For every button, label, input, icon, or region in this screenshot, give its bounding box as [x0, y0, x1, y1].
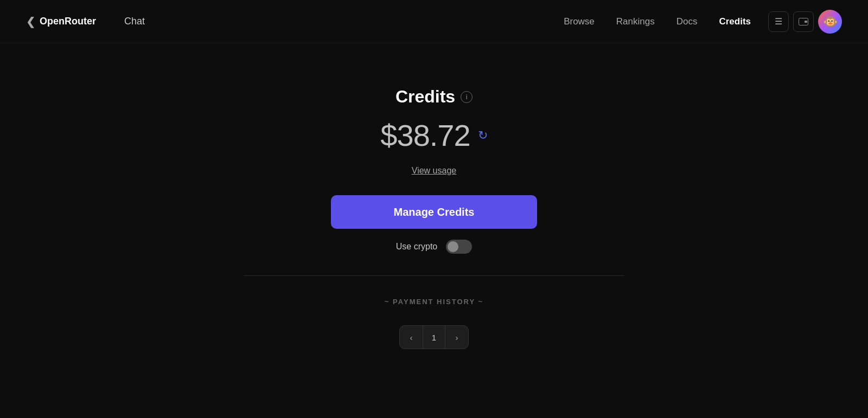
view-usage-link[interactable]: View usage [412, 166, 456, 176]
logo[interactable]: ❮ OpenRouter [26, 15, 96, 28]
current-page: 1 [423, 326, 445, 349]
manage-credits-button[interactable]: Manage Credits [331, 195, 537, 229]
prev-page-button[interactable]: ‹ [400, 326, 423, 349]
navbar: ❮ OpenRouter Chat Browse Rankings Docs C… [0, 0, 868, 43]
nav-links: Browse Rankings Docs Credits [555, 12, 760, 31]
avatar[interactable]: 🐵 [818, 10, 842, 34]
nav-actions: ☰ 🐵 [768, 10, 842, 34]
logo-text: OpenRouter [40, 16, 96, 27]
nav-browse[interactable]: Browse [555, 12, 603, 31]
nav-credits[interactable]: Credits [710, 12, 760, 31]
next-page-button[interactable]: › [445, 326, 468, 349]
menu-button[interactable]: ☰ [768, 11, 789, 32]
logo-icon: ❮ [26, 15, 35, 28]
svg-rect-1 [805, 21, 807, 23]
credits-title-row: Credits i [395, 87, 473, 107]
nav-docs[interactable]: Docs [668, 12, 706, 31]
payment-history-label: ~ PAYMENT HISTORY ~ [385, 298, 483, 306]
balance-row: $38.72 ↻ [380, 118, 487, 153]
refresh-icon[interactable]: ↻ [478, 128, 488, 143]
nav-chat-link[interactable]: Chat [118, 11, 151, 31]
main-content: Credits i $38.72 ↻ View usage Manage Cre… [0, 43, 868, 349]
credits-heading: Credits [395, 87, 455, 107]
balance-amount: $38.72 [380, 118, 470, 153]
crypto-toggle[interactable] [446, 240, 472, 254]
crypto-row: Use crypto [396, 240, 472, 254]
pagination: ‹ 1 › [399, 325, 469, 349]
info-icon[interactable]: i [461, 91, 473, 103]
crypto-label: Use crypto [396, 242, 437, 252]
section-divider [244, 275, 624, 276]
toggle-knob [448, 241, 458, 252]
nav-rankings[interactable]: Rankings [608, 12, 663, 31]
wallet-button[interactable] [793, 11, 814, 32]
avatar-emoji: 🐵 [823, 15, 838, 29]
